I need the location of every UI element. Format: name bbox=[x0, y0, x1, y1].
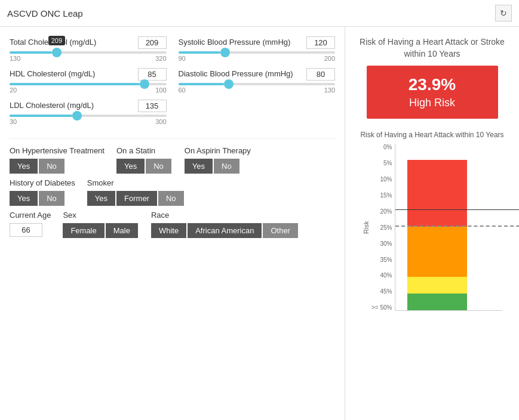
left-panel: Total Cholesterol (mg/dL) 209 209 130 32… bbox=[0, 27, 345, 420]
ldl-cholesterol-group: LDL Cholesterol (mg/dL) 135 30 300 bbox=[10, 100, 167, 125]
diastolic-bp-group: Diastolic Blood Pressure (mmHg) 80 60 13… bbox=[179, 68, 336, 94]
hdl-cholesterol-thumb[interactable] bbox=[140, 79, 149, 89]
smoker-group: Smoker Yes Former No bbox=[87, 178, 185, 206]
hypertensive-yes-button[interactable]: Yes bbox=[10, 159, 38, 174]
sex-group: Sex Female Male bbox=[63, 211, 139, 238]
race-label: Race bbox=[151, 211, 299, 221]
total-cholesterol-min: 130 bbox=[10, 55, 20, 62]
diabetes-yes-button[interactable]: Yes bbox=[10, 191, 38, 206]
risk-title: Risk of Having a Heart Attack or Stroke … bbox=[355, 36, 509, 60]
statin-label: On a Statin bbox=[116, 146, 173, 156]
aspirin-toggle: Yes No bbox=[185, 159, 251, 174]
main-layout: Total Cholesterol (mg/dL) 209 209 130 32… bbox=[0, 27, 519, 420]
sliders-grid: Total Cholesterol (mg/dL) 209 209 130 32… bbox=[10, 36, 335, 139]
aspirin-group: On Aspirin Therapy Yes No bbox=[185, 146, 251, 174]
statin-no-button[interactable]: No bbox=[146, 159, 171, 174]
sex-label: Sex bbox=[63, 211, 139, 221]
diastolic-bp-label: Diastolic Blood Pressure (mmHg) bbox=[179, 69, 293, 79]
chart-area: Actual Risk Estimated Risk bbox=[395, 144, 502, 311]
systolic-bp-group: Systolic Blood Pressure (mmHg) 120 90 20… bbox=[179, 36, 336, 62]
systolic-bp-value: 120 bbox=[306, 36, 335, 49]
chart-title: Risk of Having a Heart Attack within 10 … bbox=[360, 131, 503, 139]
age-group: Current Age 66 bbox=[10, 211, 51, 237]
aspirin-yes-button[interactable]: Yes bbox=[185, 159, 213, 174]
sex-male-button[interactable]: Male bbox=[106, 223, 138, 238]
hdl-cholesterol-label: HDL Cholesterol (mg/dL) bbox=[10, 69, 95, 79]
aspirin-label: On Aspirin Therapy bbox=[185, 146, 251, 156]
y-axis-title: Risk bbox=[363, 144, 370, 311]
risk-percent: 23.9% bbox=[376, 75, 489, 94]
race-toggle: White African American Other bbox=[151, 223, 299, 239]
age-value: 66 bbox=[10, 223, 42, 237]
estimated-risk-line: Estimated Risk bbox=[395, 226, 520, 227]
hypertensive-toggle: Yes No bbox=[10, 159, 105, 174]
statin-yes-button[interactable]: Yes bbox=[116, 159, 145, 174]
total-cholesterol-thumb[interactable] bbox=[52, 48, 62, 57]
sex-toggle: Female Male bbox=[63, 223, 139, 238]
smoker-former-button[interactable]: Former bbox=[116, 191, 157, 206]
ldl-cholesterol-label: LDL Cholesterol (mg/dL) bbox=[10, 101, 94, 111]
diastolic-bp-thumb[interactable] bbox=[224, 79, 234, 89]
age-label: Current Age bbox=[10, 211, 51, 221]
systolic-bp-min: 90 bbox=[179, 55, 186, 62]
ldl-cholesterol-thumb[interactable] bbox=[72, 111, 82, 121]
hypertensive-label: On Hypertensive Treatment bbox=[10, 146, 105, 156]
diabetes-toggle: Yes No bbox=[10, 191, 75, 206]
ldl-cholesterol-value: 135 bbox=[138, 100, 167, 112]
race-white-button[interactable]: White bbox=[151, 223, 186, 239]
aspirin-no-button[interactable]: No bbox=[214, 159, 239, 174]
total-cholesterol-tooltip: 209 bbox=[48, 36, 65, 45]
diastolic-bp-value: 80 bbox=[306, 68, 335, 81]
smoker-no-button[interactable]: No bbox=[158, 191, 184, 206]
hypertensive-group: On Hypertensive Treatment Yes No bbox=[10, 146, 105, 174]
systolic-bp-thumb[interactable] bbox=[220, 48, 230, 57]
y-axis: >= 50% 45% 40% 35% 30% 25% 20% 15% 10% 5… bbox=[371, 144, 395, 311]
hdl-cholesterol-slider[interactable] bbox=[10, 83, 167, 85]
diabetes-no-button[interactable]: No bbox=[39, 191, 65, 206]
title-bar: ASCVD ONC Leap ↻ bbox=[0, 0, 519, 27]
bar-red bbox=[407, 160, 467, 227]
hdl-cholesterol-value: 85 bbox=[138, 68, 167, 81]
race-group: Race White African American Other bbox=[151, 211, 299, 238]
statin-toggle: Yes No bbox=[116, 159, 173, 174]
bar-yellow bbox=[407, 277, 467, 294]
systolic-bp-slider[interactable] bbox=[179, 51, 336, 54]
diastolic-bp-min: 60 bbox=[179, 87, 186, 94]
diastolic-bp-slider[interactable] bbox=[179, 83, 336, 85]
smoker-label: Smoker bbox=[87, 178, 185, 189]
hdl-cholesterol-max: 100 bbox=[155, 87, 166, 94]
systolic-bp-label: Systolic Blood Pressure (mmHg) bbox=[179, 38, 291, 48]
total-cholesterol-max: 320 bbox=[155, 55, 166, 62]
systolic-bp-max: 200 bbox=[324, 55, 335, 62]
refresh-button[interactable]: ↻ bbox=[495, 5, 512, 21]
diastolic-bp-max: 130 bbox=[324, 87, 335, 94]
ldl-cholesterol-min: 30 bbox=[10, 118, 17, 125]
total-cholesterol-group: Total Cholesterol (mg/dL) 209 209 130 32… bbox=[10, 36, 167, 62]
diabetes-group: History of Diabetes Yes No bbox=[10, 178, 75, 206]
bar-orange bbox=[407, 227, 467, 277]
smoker-toggle: Yes Former No bbox=[87, 191, 185, 206]
hypertensive-no-button[interactable]: No bbox=[39, 159, 65, 174]
hdl-cholesterol-min: 20 bbox=[10, 87, 17, 94]
sex-female-button[interactable]: Female bbox=[63, 223, 104, 238]
bar-green bbox=[407, 294, 467, 310]
ldl-cholesterol-slider[interactable] bbox=[10, 115, 167, 117]
ldl-cholesterol-max: 300 bbox=[155, 118, 166, 125]
total-cholesterol-value: 209 bbox=[138, 36, 167, 49]
total-cholesterol-slider[interactable]: 209 bbox=[10, 51, 167, 54]
race-african-american-button[interactable]: African American bbox=[188, 223, 262, 239]
app-title: ASCVD ONC Leap bbox=[7, 8, 83, 18]
statin-group: On a Statin Yes No bbox=[116, 146, 173, 174]
actual-risk-line: Actual Risk bbox=[395, 209, 520, 210]
right-panel: Risk of Having a Heart Attack or Stroke … bbox=[345, 27, 519, 420]
smoker-yes-button[interactable]: Yes bbox=[87, 191, 115, 206]
risk-box: 23.9% High Risk bbox=[367, 66, 498, 119]
race-other-button[interactable]: Other bbox=[263, 223, 298, 239]
diabetes-label: History of Diabetes bbox=[10, 178, 75, 189]
hdl-cholesterol-group: HDL Cholesterol (mg/dL) 85 20 100 bbox=[10, 68, 167, 94]
risk-level: High Risk bbox=[376, 97, 489, 109]
